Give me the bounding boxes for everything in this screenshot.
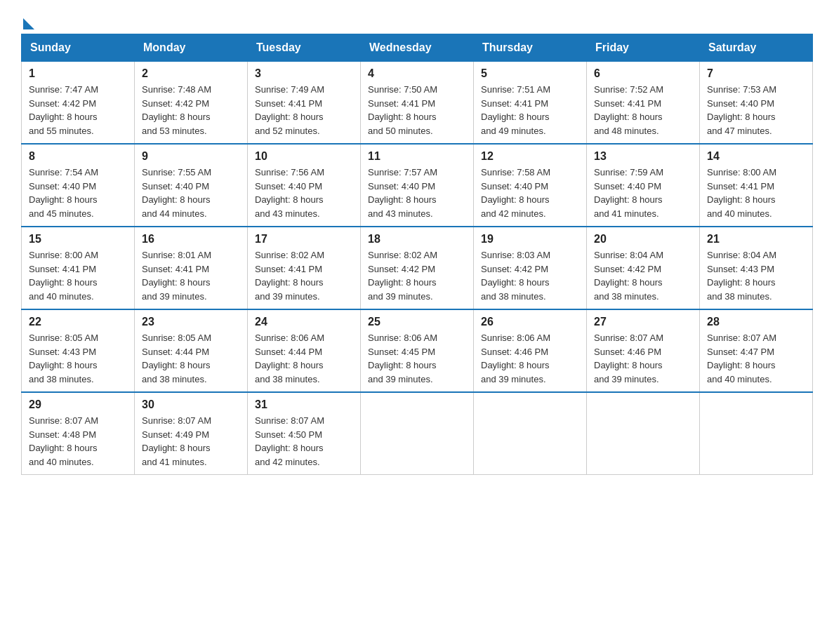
day-info: Sunrise: 7:55 AMSunset: 4:40 PMDaylight:… bbox=[142, 166, 240, 220]
calendar-cell: 12Sunrise: 7:58 AMSunset: 4:40 PMDayligh… bbox=[474, 144, 587, 227]
day-info: Sunrise: 8:06 AMSunset: 4:44 PMDaylight:… bbox=[255, 331, 353, 386]
calendar-cell: 22Sunrise: 8:05 AMSunset: 4:43 PMDayligh… bbox=[22, 309, 135, 392]
logo-triangle-icon bbox=[23, 18, 34, 29]
day-number: 10 bbox=[255, 150, 353, 163]
day-number: 11 bbox=[368, 150, 466, 163]
day-info: Sunrise: 7:57 AMSunset: 4:40 PMDaylight:… bbox=[368, 166, 466, 220]
day-info: Sunrise: 7:50 AMSunset: 4:41 PMDaylight:… bbox=[368, 83, 466, 137]
day-info: Sunrise: 8:07 AMSunset: 4:46 PMDaylight:… bbox=[594, 331, 692, 386]
day-info: Sunrise: 8:05 AMSunset: 4:43 PMDaylight:… bbox=[29, 331, 127, 386]
calendar-cell: 23Sunrise: 8:05 AMSunset: 4:44 PMDayligh… bbox=[135, 309, 248, 392]
header-monday: Monday bbox=[135, 34, 248, 62]
calendar-cell: 27Sunrise: 8:07 AMSunset: 4:46 PMDayligh… bbox=[587, 309, 700, 392]
day-info: Sunrise: 7:47 AMSunset: 4:42 PMDaylight:… bbox=[29, 83, 127, 137]
day-number: 26 bbox=[481, 316, 579, 328]
header-sunday: Sunday bbox=[22, 34, 135, 62]
day-info: Sunrise: 8:01 AMSunset: 4:41 PMDaylight:… bbox=[142, 248, 240, 303]
day-info: Sunrise: 7:56 AMSunset: 4:40 PMDaylight:… bbox=[255, 166, 353, 220]
day-info: Sunrise: 8:02 AMSunset: 4:41 PMDaylight:… bbox=[255, 248, 353, 303]
calendar-cell: 14Sunrise: 8:00 AMSunset: 4:41 PMDayligh… bbox=[700, 144, 813, 227]
header-thursday: Thursday bbox=[474, 34, 587, 62]
day-info: Sunrise: 8:07 AMSunset: 4:50 PMDaylight:… bbox=[255, 414, 353, 469]
day-number: 24 bbox=[255, 316, 353, 328]
day-info: Sunrise: 7:48 AMSunset: 4:42 PMDaylight:… bbox=[142, 83, 240, 137]
calendar-cell: 2Sunrise: 7:48 AMSunset: 4:42 PMDaylight… bbox=[135, 62, 248, 145]
calendar-cell: 15Sunrise: 8:00 AMSunset: 4:41 PMDayligh… bbox=[22, 227, 135, 309]
day-info: Sunrise: 7:49 AMSunset: 4:41 PMDaylight:… bbox=[255, 83, 353, 137]
calendar-cell: 18Sunrise: 8:02 AMSunset: 4:42 PMDayligh… bbox=[361, 227, 474, 309]
day-number: 15 bbox=[29, 233, 127, 246]
day-number: 30 bbox=[142, 398, 240, 411]
calendar-cell: 24Sunrise: 8:06 AMSunset: 4:44 PMDayligh… bbox=[248, 309, 361, 392]
day-info: Sunrise: 8:02 AMSunset: 4:42 PMDaylight:… bbox=[368, 248, 466, 303]
day-number: 31 bbox=[255, 398, 353, 411]
calendar-cell: 10Sunrise: 7:56 AMSunset: 4:40 PMDayligh… bbox=[248, 144, 361, 227]
day-number: 20 bbox=[594, 233, 692, 246]
day-info: Sunrise: 8:05 AMSunset: 4:44 PMDaylight:… bbox=[142, 331, 240, 386]
calendar-cell: 16Sunrise: 8:01 AMSunset: 4:41 PMDayligh… bbox=[135, 227, 248, 309]
calendar-cell: 19Sunrise: 8:03 AMSunset: 4:42 PMDayligh… bbox=[474, 227, 587, 309]
day-info: Sunrise: 8:07 AMSunset: 4:47 PMDaylight:… bbox=[707, 331, 805, 386]
calendar-cell: 6Sunrise: 7:52 AMSunset: 4:41 PMDaylight… bbox=[587, 62, 700, 145]
header-wednesday: Wednesday bbox=[361, 34, 474, 62]
day-number: 23 bbox=[142, 316, 240, 328]
calendar-cell: 17Sunrise: 8:02 AMSunset: 4:41 PMDayligh… bbox=[248, 227, 361, 309]
calendar-week-row: 29Sunrise: 8:07 AMSunset: 4:48 PMDayligh… bbox=[22, 392, 813, 475]
calendar-week-row: 8Sunrise: 7:54 AMSunset: 4:40 PMDaylight… bbox=[22, 144, 813, 227]
day-number: 27 bbox=[594, 316, 692, 328]
calendar-header-row: SundayMondayTuesdayWednesdayThursdayFrid… bbox=[22, 34, 813, 62]
calendar-cell: 8Sunrise: 7:54 AMSunset: 4:40 PMDaylight… bbox=[22, 144, 135, 227]
calendar-cell bbox=[474, 392, 587, 475]
day-info: Sunrise: 8:06 AMSunset: 4:46 PMDaylight:… bbox=[481, 331, 579, 386]
calendar-cell: 11Sunrise: 7:57 AMSunset: 4:40 PMDayligh… bbox=[361, 144, 474, 227]
day-info: Sunrise: 7:51 AMSunset: 4:41 PMDaylight:… bbox=[481, 83, 579, 137]
day-info: Sunrise: 7:52 AMSunset: 4:41 PMDaylight:… bbox=[594, 83, 692, 137]
calendar-week-row: 15Sunrise: 8:00 AMSunset: 4:41 PMDayligh… bbox=[22, 227, 813, 309]
calendar-cell: 3Sunrise: 7:49 AMSunset: 4:41 PMDaylight… bbox=[248, 62, 361, 145]
calendar-cell: 20Sunrise: 8:04 AMSunset: 4:42 PMDayligh… bbox=[587, 227, 700, 309]
day-info: Sunrise: 7:54 AMSunset: 4:40 PMDaylight:… bbox=[29, 166, 127, 220]
calendar-cell bbox=[700, 392, 813, 475]
day-info: Sunrise: 7:59 AMSunset: 4:40 PMDaylight:… bbox=[594, 166, 692, 220]
day-info: Sunrise: 8:07 AMSunset: 4:49 PMDaylight:… bbox=[142, 414, 240, 469]
day-info: Sunrise: 7:53 AMSunset: 4:40 PMDaylight:… bbox=[707, 83, 805, 137]
day-number: 19 bbox=[481, 233, 579, 246]
calendar-cell: 7Sunrise: 7:53 AMSunset: 4:40 PMDaylight… bbox=[700, 62, 813, 145]
day-number: 1 bbox=[29, 67, 127, 80]
calendar-cell: 28Sunrise: 8:07 AMSunset: 4:47 PMDayligh… bbox=[700, 309, 813, 392]
page-header bbox=[21, 14, 813, 27]
day-number: 29 bbox=[29, 398, 127, 411]
day-number: 6 bbox=[594, 67, 692, 80]
day-number: 22 bbox=[29, 316, 127, 328]
day-number: 25 bbox=[368, 316, 466, 328]
day-info: Sunrise: 8:06 AMSunset: 4:45 PMDaylight:… bbox=[368, 331, 466, 386]
calendar-week-row: 22Sunrise: 8:05 AMSunset: 4:43 PMDayligh… bbox=[22, 309, 813, 392]
logo bbox=[21, 14, 34, 27]
day-info: Sunrise: 8:03 AMSunset: 4:42 PMDaylight:… bbox=[481, 248, 579, 303]
day-info: Sunrise: 8:00 AMSunset: 4:41 PMDaylight:… bbox=[707, 166, 805, 220]
day-info: Sunrise: 8:04 AMSunset: 4:43 PMDaylight:… bbox=[707, 248, 805, 303]
calendar-cell: 31Sunrise: 8:07 AMSunset: 4:50 PMDayligh… bbox=[248, 392, 361, 475]
day-number: 13 bbox=[594, 150, 692, 163]
day-info: Sunrise: 7:58 AMSunset: 4:40 PMDaylight:… bbox=[481, 166, 579, 220]
day-number: 16 bbox=[142, 233, 240, 246]
day-info: Sunrise: 8:00 AMSunset: 4:41 PMDaylight:… bbox=[29, 248, 127, 303]
day-number: 28 bbox=[707, 316, 805, 328]
calendar-cell: 13Sunrise: 7:59 AMSunset: 4:40 PMDayligh… bbox=[587, 144, 700, 227]
day-number: 4 bbox=[368, 67, 466, 80]
day-number: 2 bbox=[142, 67, 240, 80]
calendar-cell: 25Sunrise: 8:06 AMSunset: 4:45 PMDayligh… bbox=[361, 309, 474, 392]
day-number: 8 bbox=[29, 150, 127, 163]
calendar-cell: 4Sunrise: 7:50 AMSunset: 4:41 PMDaylight… bbox=[361, 62, 474, 145]
day-number: 7 bbox=[707, 67, 805, 80]
calendar-cell: 21Sunrise: 8:04 AMSunset: 4:43 PMDayligh… bbox=[700, 227, 813, 309]
logo-top bbox=[21, 14, 34, 29]
day-number: 21 bbox=[707, 233, 805, 246]
calendar-cell: 9Sunrise: 7:55 AMSunset: 4:40 PMDaylight… bbox=[135, 144, 248, 227]
calendar-cell: 1Sunrise: 7:47 AMSunset: 4:42 PMDaylight… bbox=[22, 62, 135, 145]
header-tuesday: Tuesday bbox=[248, 34, 361, 62]
calendar-cell: 29Sunrise: 8:07 AMSunset: 4:48 PMDayligh… bbox=[22, 392, 135, 475]
day-number: 3 bbox=[255, 67, 353, 80]
day-number: 17 bbox=[255, 233, 353, 246]
day-number: 9 bbox=[142, 150, 240, 163]
